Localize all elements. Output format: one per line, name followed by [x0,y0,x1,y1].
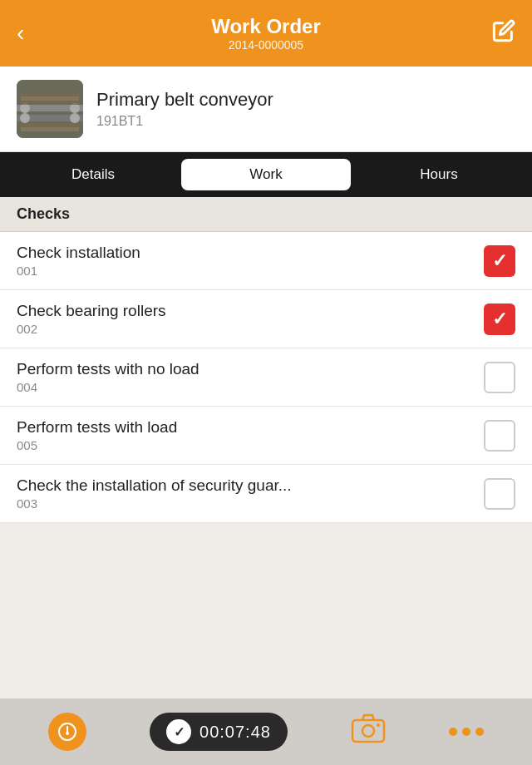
check-item-code: 005 [17,438,475,452]
tab-work[interactable]: Work [181,159,351,190]
check-list: Check installation 001 ✓ Check bearing r… [0,232,532,523]
check-item-name: Perform tests with no load [17,360,475,378]
svg-rect-15 [352,720,384,742]
dot-icon [475,728,484,736]
checkmark-icon: ✓ [492,308,507,330]
check-item-text: Check the installation of security guar.… [17,476,475,511]
check-item-name: Perform tests with load [17,418,475,437]
check-item-name: Check the installation of security guar.… [17,476,475,495]
app-header: ‹ Work Order 2014-0000005 [0,0,532,67]
checkbox-unchecked[interactable] [484,362,515,393]
timer-check-icon: ✓ [166,719,191,744]
list-item[interactable]: Check bearing rollers 002 ✓ [0,290,532,348]
bottom-bar: ✓ 00:07:48 [0,698,532,765]
list-item[interactable]: Perform tests with no load 004 [0,348,532,407]
work-order-number: 2014-0000005 [50,38,482,52]
checks-section-header: Checks [0,197,532,232]
asset-image [17,80,83,138]
list-item[interactable]: Perform tests with load 005 [0,407,532,465]
svg-rect-11 [21,127,79,131]
list-item[interactable]: Check the installation of security guar.… [0,465,532,523]
camera-button[interactable] [351,713,386,751]
checkmark-icon: ✓ [492,250,507,272]
timer-checkmark: ✓ [174,724,185,740]
check-item-text: Perform tests with load 005 [17,418,475,452]
svg-rect-9 [21,101,79,105]
check-item-code: 001 [17,264,475,278]
header-title-group: Work Order 2014-0000005 [50,15,482,52]
back-button[interactable]: ‹ [17,20,50,47]
timer-display: 00:07:48 [200,723,271,742]
dot-icon [462,728,470,736]
svg-point-4 [20,113,30,123]
work-order-title: Work Order [50,15,482,38]
check-item-text: Check installation 001 [17,244,475,278]
svg-point-17 [377,723,380,727]
check-item-code: 003 [17,496,475,511]
svg-rect-8 [21,96,79,101]
asset-code: 191BT1 [96,114,273,129]
check-item-name: Check installation [17,244,475,262]
checkbox-unchecked[interactable] [484,478,515,510]
check-item-code: 004 [17,380,475,394]
clock-button[interactable] [48,713,86,751]
check-item-name: Check bearing rollers [17,302,475,320]
svg-point-16 [362,725,374,737]
timer-pill[interactable]: ✓ 00:07:48 [150,713,288,751]
more-options-button[interactable] [449,728,484,736]
svg-rect-7 [21,92,79,96]
asset-info: Primary belt conveyor 191BT1 [96,89,273,129]
svg-point-14 [66,732,69,735]
asset-name: Primary belt conveyor [96,89,273,111]
list-item[interactable]: Check installation 001 ✓ [0,232,532,290]
checkbox-checked[interactable]: ✓ [484,304,515,335]
edit-button[interactable] [482,19,515,47]
asset-card: Primary belt conveyor 191BT1 [0,67,532,152]
check-item-text: Perform tests with no load 004 [17,360,475,394]
tab-details[interactable]: Details [8,159,178,190]
svg-rect-10 [21,123,79,127]
check-item-text: Check bearing rollers 002 [17,302,475,336]
tab-bar: Details Work Hours [0,152,532,197]
svg-point-6 [70,113,80,123]
tab-hours[interactable]: Hours [354,159,524,190]
check-item-code: 002 [17,322,475,336]
dot-icon [449,728,457,736]
checkbox-checked[interactable]: ✓ [484,245,515,277]
checkbox-unchecked[interactable] [484,420,515,452]
